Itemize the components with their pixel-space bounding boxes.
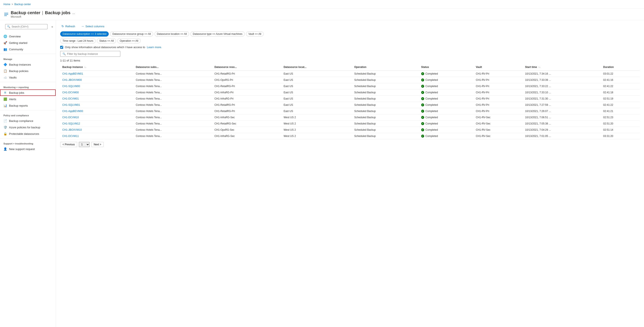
col-datasource-subs[interactable]: Datasource subs... bbox=[134, 64, 212, 71]
sidebar-item-vaults[interactable]: ☁️ Vaults bbox=[0, 74, 56, 81]
chip-datasource-subscription[interactable]: Datasource subscription == 3 selected bbox=[60, 31, 109, 37]
status-label: Completed bbox=[426, 116, 438, 119]
cell-datasource-subs: Contoso Hotels Tena... bbox=[134, 114, 212, 121]
cell-duration: 02:51:20 bbox=[601, 121, 640, 127]
table-row[interactable]: CH1-AppBEVM01 Contoso Hotels Tena... CH1… bbox=[60, 71, 640, 77]
sidebar-collapse-btn[interactable]: « bbox=[51, 25, 53, 28]
table-row[interactable]: CH1-DCVM10 Contoso Hotels Tena... CH1-In… bbox=[60, 114, 640, 121]
table-row[interactable]: CH1-JBOXVM00 Contoso Hotels Tena... CH1-… bbox=[60, 77, 640, 83]
refresh-button[interactable]: ↻ Refresh bbox=[60, 24, 76, 29]
hamburger-icon[interactable] bbox=[4, 13, 8, 16]
cell-backup-instance: CH1-DCVM11 bbox=[60, 133, 134, 139]
previous-page-button[interactable]: < Previous bbox=[60, 142, 77, 147]
cell-status: Completed bbox=[419, 127, 474, 133]
table-row[interactable]: CH1-DCVM11 Contoso Hotels Tena... CH1-In… bbox=[60, 133, 640, 139]
cell-status: Completed bbox=[419, 77, 474, 83]
sidebar-item-new-support-request[interactable]: 👤 New support request bbox=[0, 146, 56, 152]
chip-time-range[interactable]: Time range : Last 24 hours bbox=[60, 38, 96, 44]
sidebar-item-backup-policies[interactable]: 📋 Backup policies bbox=[0, 68, 56, 74]
chip-datasource-resource-group[interactable]: Datasource resource group == All bbox=[110, 31, 153, 37]
next-page-button[interactable]: Next > bbox=[91, 142, 104, 147]
backup-policies-icon: 📋 bbox=[4, 69, 7, 73]
cell-backup-instance: CH1-JBOXVM00 bbox=[60, 77, 134, 83]
chip-vault[interactable]: Vault == All bbox=[246, 31, 264, 37]
section-policy: Policy and compliance bbox=[0, 112, 56, 118]
cell-datasource-locat: West US 2 bbox=[282, 114, 352, 121]
table-row[interactable]: CH1-SQLVM01 Contoso Hotels Tena... CH1-R… bbox=[60, 102, 640, 108]
cell-duration: 02:41:22 bbox=[601, 83, 640, 89]
table-row[interactable]: CH1-DCVM00 Contoso Hotels Tena... CH1-In… bbox=[60, 89, 640, 96]
page-select[interactable]: 1 bbox=[79, 142, 90, 147]
sidebar-item-backup-compliance[interactable]: 📄 Backup compliance bbox=[0, 118, 56, 124]
col-datasource-reso[interactable]: Datasource reso... bbox=[212, 64, 282, 71]
sidebar-item-protectable-datasources[interactable]: 🔒 Protectable datasources bbox=[0, 131, 56, 137]
cell-operation: Scheduled Backup bbox=[352, 77, 419, 83]
sidebar-item-backup-jobs[interactable]: ≡ Backup jobs bbox=[0, 89, 56, 96]
status-label: Completed bbox=[426, 85, 438, 88]
sidebar-search[interactable]: 🔍 bbox=[5, 24, 48, 29]
chip-datasource-location-label: Datasource location == All bbox=[157, 33, 187, 36]
cell-vault: CH1-RV-Sec bbox=[474, 114, 523, 121]
sidebar-item-getting-started[interactable]: 🚀 Getting started bbox=[0, 40, 56, 46]
col-operation[interactable]: Operation bbox=[352, 64, 419, 71]
cell-vault: CH1-RV-Pri bbox=[474, 77, 523, 83]
access-checkbox[interactable] bbox=[60, 46, 63, 49]
col-status[interactable]: Status bbox=[419, 64, 474, 71]
page-header: Backup center | Backup jobs ... Microsof… bbox=[0, 9, 644, 20]
sidebar-item-overview-label: Overview bbox=[9, 35, 21, 38]
sidebar-item-community[interactable]: 👥 Community bbox=[0, 46, 56, 53]
cell-datasource-subs: Contoso Hotels Tena... bbox=[134, 108, 212, 114]
col-operation-label: Operation bbox=[354, 66, 366, 69]
status-dot bbox=[421, 116, 424, 119]
chip-datasource-location[interactable]: Datasource location == All bbox=[154, 31, 189, 37]
more-options-icon[interactable]: ... bbox=[72, 11, 75, 15]
status-dot bbox=[421, 128, 424, 131]
table-body: CH1-AppBEVM01 Contoso Hotels Tena... CH1… bbox=[60, 71, 640, 139]
filter-search-input[interactable] bbox=[67, 52, 118, 56]
col-start-time[interactable]: Start time ↑↓ bbox=[523, 64, 601, 71]
sidebar-item-overview[interactable]: 🌐 Overview bbox=[0, 33, 56, 40]
status-label: Completed bbox=[426, 103, 438, 106]
learn-more-link[interactable]: Learn more. bbox=[147, 46, 162, 49]
breadcrumb-home[interactable]: Home bbox=[4, 3, 10, 6]
cell-start-time: 10/13/2021, 7:01:05 ... bbox=[523, 133, 601, 139]
table-row[interactable]: CH1-JBOXVM10 Contoso Hotels Tena... CH1-… bbox=[60, 127, 640, 133]
table-row[interactable]: CH1-AppBEVM00 Contoso Hotels Tena... CH1… bbox=[60, 108, 640, 114]
sidebar-item-protectable-datasources-label: Protectable datasources bbox=[9, 132, 39, 135]
chip-datasource-type[interactable]: Datasource type == Azure Virtual machine… bbox=[190, 31, 245, 37]
sidebar-item-backup-instances[interactable]: 🔷 Backup instances bbox=[0, 61, 56, 68]
cell-vault: CH1-RV-Sec bbox=[474, 127, 523, 133]
cell-datasource-subs: Contoso Hotels Tena... bbox=[134, 83, 212, 89]
table-row[interactable]: CH1-DCVM01 Contoso Hotels Tena... CH1-In… bbox=[60, 96, 640, 102]
chip-operation-label: Operation == All bbox=[120, 39, 138, 42]
cell-duration: 02:41:16 bbox=[601, 77, 640, 83]
getting-started-icon: 🚀 bbox=[4, 41, 7, 45]
section-support: Support + troubleshooting bbox=[0, 140, 56, 146]
chip-operation[interactable]: Operation == All bbox=[117, 38, 140, 44]
col-start-time-label: Start time bbox=[525, 66, 537, 69]
sidebar-item-backup-reports[interactable]: 📊 Backup reports bbox=[0, 102, 56, 109]
cell-start-time: 10/13/2021, 7:05:38 ... bbox=[523, 121, 601, 127]
chip-status[interactable]: Status == All bbox=[97, 38, 116, 44]
cell-datasource-subs: Contoso Hotels Tena... bbox=[134, 102, 212, 108]
table-row[interactable]: CH1-SQLVM00 Contoso Hotels Tena... CH1-R… bbox=[60, 83, 640, 89]
filter-search-box[interactable]: 🔍 bbox=[60, 51, 120, 57]
cell-datasource-locat: East US bbox=[282, 83, 352, 89]
status-label: Completed bbox=[426, 135, 438, 138]
status-dot bbox=[421, 135, 424, 138]
cell-datasource-reso: CH1-InfraRG-Pri bbox=[212, 89, 282, 96]
cell-datasource-locat: East US bbox=[282, 108, 352, 114]
col-datasource-locat[interactable]: Datasource locat... bbox=[282, 64, 352, 71]
sidebar-search-input[interactable] bbox=[12, 25, 46, 28]
sidebar-item-azure-policies[interactable]: 🛡️ Azure policies for backup bbox=[0, 124, 56, 131]
cell-vault: CH1-RV-Pri bbox=[474, 102, 523, 108]
azure-policies-icon: 🛡️ bbox=[4, 126, 7, 129]
select-columns-button[interactable]: → Select columns bbox=[80, 24, 106, 29]
table-row[interactable]: CH1-SQLVM12 Contoso Hotels Tena... CH1-R… bbox=[60, 121, 640, 127]
breadcrumb: Home > Backup center bbox=[4, 3, 31, 6]
cell-operation: Scheduled Backup bbox=[352, 102, 419, 108]
col-duration[interactable]: Duration bbox=[601, 64, 640, 71]
sidebar-item-alerts[interactable]: 🟩 Alerts bbox=[0, 96, 56, 102]
col-backup-instance[interactable]: Backup instance ↑↓ bbox=[60, 64, 134, 71]
col-vault[interactable]: Vault bbox=[474, 64, 523, 71]
